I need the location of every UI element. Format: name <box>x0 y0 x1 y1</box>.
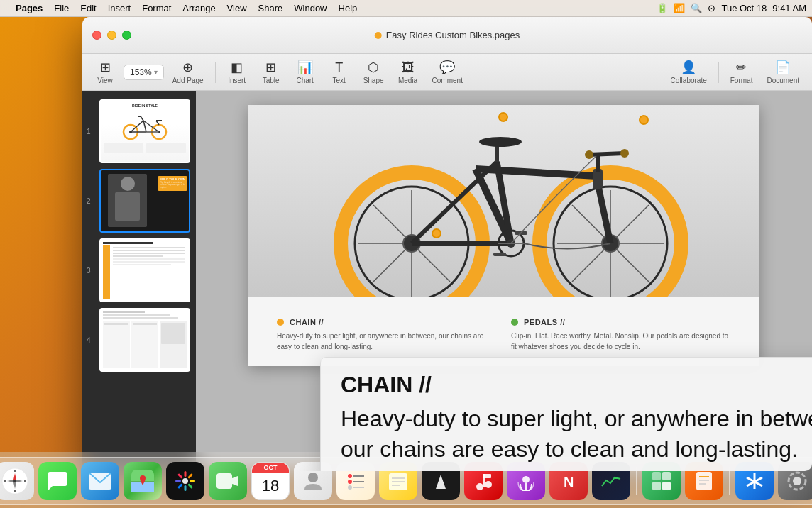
table-button[interactable]: ⊞ Table <box>256 57 287 87</box>
table-icon: ⊞ <box>265 60 276 75</box>
maximize-button[interactable] <box>122 31 131 40</box>
clock: Tue Oct 18 <box>721 3 767 13</box>
format-button[interactable]: ✏ Format <box>725 57 759 87</box>
document-button[interactable]: 📄 Document <box>761 57 805 87</box>
menu-file[interactable]: File <box>48 0 75 17</box>
menu-share[interactable]: Share <box>253 0 289 17</box>
popup-body-line1: Heavy-duty to super light, or anywhere i… <box>341 406 812 431</box>
dock-photos[interactable] <box>166 462 204 500</box>
shape-button[interactable]: ⬡ Shape <box>358 57 390 87</box>
mail-icon <box>89 473 111 490</box>
svg-rect-52 <box>493 253 506 256</box>
notes-icon <box>388 470 409 492</box>
thumb2-subtext: The bicycle is a curious vehicle. Its pa… <box>160 182 185 190</box>
view-button[interactable]: ⊞ View <box>89 57 121 87</box>
podcasts-icon <box>516 471 536 491</box>
comment-button[interactable]: 💬 Comment <box>427 57 468 87</box>
photos-icon <box>172 468 198 494</box>
collaborate-icon: 👤 <box>681 60 696 75</box>
page-thumb-4[interactable]: 4 <box>99 308 190 372</box>
page-number-2: 2 <box>87 197 91 205</box>
document-icon: 📄 <box>775 60 791 75</box>
pages-icon <box>693 470 715 492</box>
reminders-icon <box>345 470 366 492</box>
thumb-img-4 <box>99 308 190 372</box>
thumb1-bike-svg <box>116 109 173 141</box>
menu-help[interactable]: Help <box>333 0 363 17</box>
svg-rect-114 <box>662 472 671 480</box>
media-icon: 🖼 <box>402 60 415 75</box>
document-canvas: CHAIN // Heavy-duty to super light, or a… <box>196 91 812 471</box>
svg-point-110 <box>522 476 530 483</box>
add-page-icon: ⊕ <box>182 60 193 75</box>
svg-marker-93 <box>232 476 238 486</box>
close-button[interactable] <box>92 31 102 40</box>
svg-point-71 <box>13 480 16 482</box>
insert-icon: ◧ <box>231 60 243 75</box>
popup-title: CHAIN // <box>341 372 812 398</box>
calendar-inner: OCT 18 <box>252 463 289 499</box>
toolbar: ⊞ View 153% ▾ ⊕ Add Page ◧ Insert ⊞ Tabl… <box>82 54 812 91</box>
contacts-icon <box>303 470 323 492</box>
svg-point-83 <box>182 478 188 484</box>
minimize-button[interactable] <box>107 31 116 40</box>
dock-maps[interactable] <box>124 462 162 500</box>
dock-safari[interactable] <box>0 462 34 500</box>
dock-calendar[interactable]: OCT 18 <box>251 462 290 500</box>
window-titlebar: Easy Rides Custom Bikes.pages <box>82 17 812 54</box>
battery-icon: 🔋 <box>657 3 668 13</box>
menu-window[interactable]: Window <box>288 0 332 17</box>
time-display: 9:41 AM <box>772 3 806 13</box>
chart-button[interactable]: 📊 Chart <box>290 57 321 87</box>
zoom-chevron-icon: ▾ <box>154 68 158 76</box>
dock-messages[interactable] <box>38 462 77 500</box>
messages-icon <box>47 470 68 492</box>
svg-point-48 <box>479 137 522 147</box>
music-icon <box>473 471 493 491</box>
page-thumb-1[interactable]: 1 RIDE IN STYLE <box>99 99 190 163</box>
add-page-button[interactable]: ⊕ Add Page <box>167 57 209 87</box>
insert-button[interactable]: ◧ Insert <box>221 57 253 87</box>
svg-rect-85 <box>187 473 193 479</box>
menu-edit[interactable]: Edit <box>75 0 102 17</box>
menu-pages[interactable]: Pages <box>10 0 48 17</box>
menu-view[interactable]: View <box>221 0 253 17</box>
search-icon[interactable]: 🔍 <box>691 3 702 13</box>
svg-rect-92 <box>216 473 232 489</box>
svg-rect-116 <box>662 482 671 490</box>
system-preferences-icon <box>786 470 808 492</box>
annotation-dot-handlebar <box>639 115 649 125</box>
traffic-lights <box>82 31 131 40</box>
numbers-icon <box>651 470 672 492</box>
dock-mail[interactable] <box>81 462 119 500</box>
menu-arrange[interactable]: Arrange <box>177 0 221 17</box>
control-center-icon[interactable]: ⊙ <box>708 3 715 13</box>
text-button[interactable]: T Text <box>324 57 355 87</box>
main-area: 1 RIDE IN STYLE <box>82 91 812 471</box>
svg-point-95 <box>348 474 352 478</box>
format-icon: ✏ <box>736 60 747 75</box>
window-title: Easy Rides Custom Bikes.pages <box>375 30 520 40</box>
view-icon: ⊞ <box>100 60 111 75</box>
chain-column: CHAIN // Heavy-duty to super light, or a… <box>277 318 497 352</box>
menu-insert[interactable]: Insert <box>102 0 137 17</box>
calendar-month: OCT <box>252 463 289 473</box>
bike-image-svg <box>248 105 759 297</box>
appstore-icon <box>744 470 765 492</box>
dock-facetime[interactable] <box>209 462 247 500</box>
collaborate-button[interactable]: 👤 Collaborate <box>665 57 713 87</box>
page-thumb-3[interactable]: 3 <box>99 238 190 302</box>
unsaved-dot <box>375 32 382 39</box>
menubar: Pages File Edit Insert Format Arrange Vi… <box>0 0 812 17</box>
zoom-control[interactable]: 153% ▾ <box>124 65 164 80</box>
pedals-body-text: Clip-in. Flat. Race worthy. Metal. Nonsl… <box>511 331 731 352</box>
menu-format[interactable]: Format <box>136 0 177 17</box>
page-thumb-2[interactable]: 2 BUILD YOUR OWN The bicycle is a curiou… <box>99 169 190 233</box>
bike-photo <box>248 105 759 297</box>
thumb1-bottom <box>104 143 186 153</box>
thumb-img-2: BUILD YOUR OWN The bicycle is a curious … <box>99 169 190 233</box>
popup-body: Heavy-duty to super light, or anywhere i… <box>341 404 812 465</box>
svg-rect-88 <box>185 485 187 491</box>
thumb1-col1 <box>104 143 143 153</box>
media-button[interactable]: 🖼 Media <box>393 57 424 87</box>
